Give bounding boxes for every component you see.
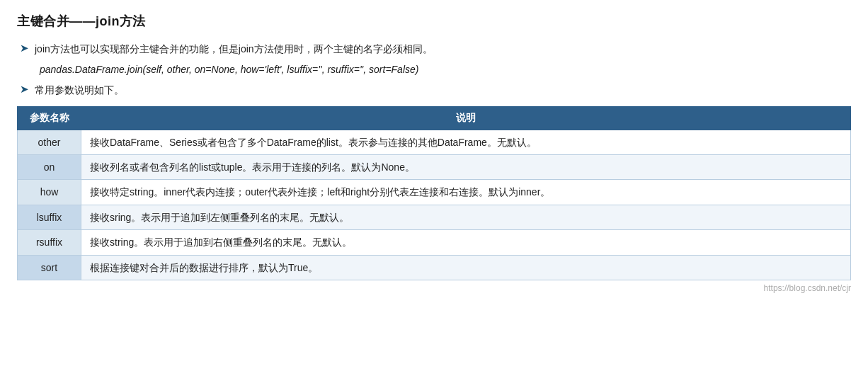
col-header-name: 参数名称 (18, 106, 81, 130)
params-table: 参数名称 说明 other接收DataFrame、Series或者包含了多个Da… (17, 106, 851, 280)
bullet-item-2: ➤ 常用参数说明如下。 (17, 82, 851, 99)
bullet-text-1: join方法也可以实现部分主键合并的功能，但是join方法使用时，两个主键的名字… (35, 41, 433, 58)
table-header-row: 参数名称 说明 (18, 106, 851, 130)
footer-link: https://blog.csdn.net/cjr (17, 283, 851, 293)
table-row: lsuffix接收sring。表示用于追加到左侧重叠列名的末尾。无默认。 (18, 205, 851, 229)
param-desc-cell: 根据连接键对合并后的数据进行排序，默认为True。 (81, 255, 851, 280)
bullet-item-1: ➤ join方法也可以实现部分主键合并的功能，但是join方法使用时，两个主键的… (17, 41, 851, 58)
param-desc-cell: 接收sring。表示用于追加到左侧重叠列名的末尾。无默认。 (81, 205, 851, 229)
col-header-desc: 说明 (81, 106, 851, 130)
param-name-cell: lsuffix (18, 205, 81, 229)
table-row: rsuffix接收string。表示用于追加到右侧重叠列名的末尾。无默认。 (18, 230, 851, 255)
bullet-arrow-2: ➤ (20, 83, 29, 96)
param-name-cell: on (18, 154, 81, 179)
param-name-cell: sort (18, 255, 81, 280)
bullet-text-2: 常用参数说明如下。 (35, 82, 124, 99)
param-desc-cell: 接收特定string。inner代表内连接；outer代表外连接；left和ri… (81, 180, 851, 205)
table-row: sort根据连接键对合并后的数据进行排序，默认为True。 (18, 255, 851, 280)
param-desc-cell: 接收DataFrame、Series或者包含了多个DataFrame的list。… (81, 130, 851, 154)
table-row: other接收DataFrame、Series或者包含了多个DataFrame的… (18, 130, 851, 154)
table-row: on接收列名或者包含列名的list或tuple。表示用于连接的列名。默认为Non… (18, 154, 851, 179)
page-title: 主键合并——join方法 (17, 13, 851, 30)
param-name-cell: other (18, 130, 81, 154)
table-row: how接收特定string。inner代表内连接；outer代表外连接；left… (18, 180, 851, 205)
bullet-arrow-1: ➤ (20, 42, 29, 55)
param-desc-cell: 接收列名或者包含列名的list或tuple。表示用于连接的列名。默认为None。 (81, 154, 851, 179)
code-signature: pandas.DataFrame.join(self, other, on=No… (40, 64, 851, 75)
param-name-cell: rsuffix (18, 230, 81, 255)
param-desc-cell: 接收string。表示用于追加到右侧重叠列名的末尾。无默认。 (81, 230, 851, 255)
param-name-cell: how (18, 180, 81, 205)
